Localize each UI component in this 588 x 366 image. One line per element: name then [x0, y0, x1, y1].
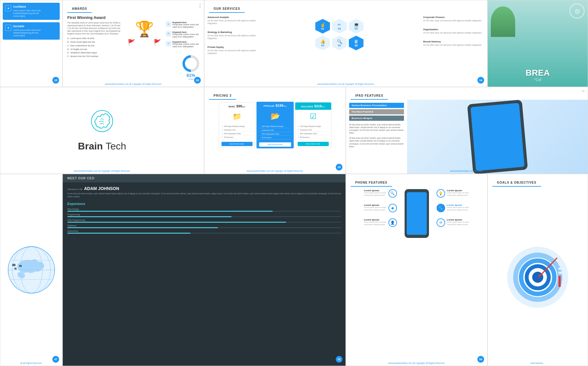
svg-rect-19 — [558, 271, 564, 274]
kw-text-1: Perspiciatis undere omnis iste natus err… — [172, 23, 199, 29]
phone-right-icon-1: 💡 — [437, 189, 445, 198]
flag-right: 🚩 — [154, 39, 161, 46]
phone-right-1: 💡 Lorem Ipsum Lorem ipsum dolor sit amet… — [437, 189, 485, 198]
kw-icon-2: ⏱ — [166, 31, 171, 37]
goals-target-svg — [507, 247, 568, 308]
conf-icon-2: ✦ — [5, 25, 11, 31]
price-card-exclusive: EXCLUSIVE $319/mo ☑ 100 Page Website Des… — [295, 102, 331, 148]
awards-body: The standard chunk of Lorem Ipsum used s… — [67, 21, 199, 58]
conf-text-1: Lorem ipsum dolor amet.comsectaturadisip… — [13, 9, 41, 17]
plant-graphic — [491, 6, 515, 37]
brain-logo-icon — [90, 109, 114, 138]
pf-exc-1: 100 Page Website Design — [298, 124, 329, 128]
keywords-col: ≡ Keyword here Perspiciatis undere omnis… — [166, 21, 199, 58]
svg-rect-18 — [558, 267, 564, 270]
price-period-exclusive: /mo — [322, 106, 325, 108]
ipad-desc-2: Sit alui antos ad minim veniam, quis nos… — [349, 137, 404, 148]
skill-programming: Programming — [67, 214, 341, 217]
svg-rect-7 — [12, 264, 16, 266]
awards-text-col: The standard chunk of Lorem Ipsum used s… — [67, 21, 123, 58]
price-amount-basic: $99 — [236, 104, 242, 108]
conf-icon-1: ✦ — [5, 5, 11, 11]
slide-number-pricing: 29 — [336, 164, 342, 170]
skill-bar-4 — [67, 227, 341, 228]
hex-3: 💻03 — [349, 19, 363, 34]
price-card-basic: BASIC $99/mo 📁 100 Page Website Design U… — [219, 102, 255, 148]
price-btn-popular[interactable]: REGISTER NOW — [259, 142, 291, 147]
phone-right-desc-2: Lorem ipsum dolor sit amet,consectetur a… — [447, 206, 469, 211]
slide-phone: PHONE FEATURES Lorem Ipsum Lorem ipsum d… — [346, 174, 487, 366]
price-features-basic: 100 Page Website Design Unlimited CSS 10… — [219, 123, 255, 140]
ipad-device — [407, 100, 588, 174]
skill-webprogramming: Web Programming — [67, 219, 341, 223]
service-left-3: Private Equity On the other hand, we den… — [207, 46, 256, 55]
phone-right-title-1: Lorem Ipsum — [447, 189, 469, 192]
brea-body: ◎ BREA "Cof — [488, 0, 588, 87]
brea-subtext: "Cof — [534, 78, 541, 82]
tech-word: Tech — [106, 141, 126, 152]
braintech-footer: www.braintechslides.com @ Copyright. All… — [74, 170, 130, 172]
slide-globe: 47 @ All Rights Reserved. — [0, 174, 62, 366]
price-period-popular: /mo — [283, 105, 286, 107]
skill-networking: Networking — [67, 230, 341, 234]
svg-rect-8 — [19, 265, 22, 267]
brea-circle-symbol: ◎ — [575, 7, 580, 15]
services-footer: www.braintechslides.com @ Copyright. All… — [317, 83, 374, 85]
slide-number-ceo: 32 — [336, 356, 342, 363]
braintech-title: Brain Tech — [78, 141, 126, 152]
goals-body — [488, 187, 588, 366]
service-right-title-3: Result Delivery — [423, 40, 484, 43]
price-btn-exclusive[interactable]: REGISTER NOW — [298, 142, 329, 146]
kw-title-1: Keyword here — [172, 21, 199, 23]
globe-footer: @ All Rights Reserved. — [20, 362, 42, 364]
kw-icon-1: ≡ — [166, 21, 171, 27]
skill-label-4: Database — [67, 224, 341, 227]
service-right-title-2: Organization — [423, 28, 484, 31]
conf-card-2: ✦ Sociable Lorem ipsum dolor amet.comvar… — [3, 22, 60, 39]
phone-left-title-1: Lorem Ipsum — [364, 189, 386, 192]
services-left: Advanced Analytic On the other hand, we … — [207, 16, 256, 61]
price-amount-exclusive: $319 — [314, 104, 322, 108]
pf-basic-2: Unlimited CSS — [221, 128, 253, 132]
slide-number-confident: 18 — [52, 77, 59, 84]
slide-services: OUR SERVICES Advanced Analytic On the ot… — [204, 0, 487, 87]
ipad-screen — [470, 103, 525, 171]
ipad-footer: www.braintechslides.com @ Copy... — [450, 170, 484, 172]
ipad-header: IPAD FEATURES — [351, 90, 388, 100]
slide-number-phone: 56 — [477, 356, 484, 363]
price-name-basic: BASIC $99/mo — [219, 102, 255, 110]
ceo-name: ADAM JOHNSON — [84, 186, 119, 191]
ipad-hl-3: Business Weapon — [349, 116, 404, 121]
pf-pop-3: 200 Infographic Data — [259, 132, 291, 136]
ceo-intro: Introduce | Mr.ADAM JOHNSON — [67, 186, 341, 191]
pf-exc-2: Unlimited CSS — [298, 128, 329, 132]
slide-pricing: PRICING 3 BASIC $99/mo 📁 100 Page Websit… — [204, 87, 346, 174]
phone-left-title-2: Lorem Ipsum — [364, 204, 386, 206]
slide-number-services: 14 — [477, 77, 484, 84]
hex-6: 🗑06 — [349, 36, 363, 50]
ipad-slide-num: 51 — [582, 90, 585, 92]
awards-content: First Winning Award The standard chunk o… — [63, 13, 204, 61]
phone-body: Lorem Ipsum Lorem ipsum dolor sit amet,c… — [346, 187, 487, 240]
ipad-text: Genius Business Presentation The Most Po… — [346, 100, 407, 174]
price-icon-popular: 📂 — [257, 109, 294, 123]
kw-icon-3: ✏ — [166, 41, 171, 46]
slide-ipad: IPAD FEATURES 51 Genius Business Present… — [346, 87, 588, 174]
keyword-3: ✏ Keyword here Perspiciatis undere omnis… — [166, 41, 199, 48]
pf-basic-4: 20 Revision — [221, 135, 253, 139]
phone-right-icon-3: ✉ — [437, 218, 445, 227]
service-left-desc-1: On the other hand, we denounce with righ… — [207, 19, 256, 25]
services-right: Corporate Finance On the other hand, we … — [423, 16, 484, 61]
slide-number-globe: 47 — [52, 356, 59, 363]
braintech-body: Brain Tech — [0, 87, 204, 174]
conf-title-1: Confident — [13, 5, 41, 8]
kw-text-2: Perspiciatis undere omnis iste natus err… — [172, 33, 199, 38]
svg-rect-17 — [558, 263, 564, 265]
conf-title-2: Sociable — [13, 25, 41, 28]
pf-pop-1: 100 Page Website Design — [259, 124, 291, 128]
phone-screen — [407, 192, 427, 235]
slide-number-awards: 26 — [194, 77, 201, 84]
service-right-desc-2: On the other hand, we denounce with righ… — [423, 31, 484, 34]
price-btn-basic[interactable]: REGISTER NOW — [221, 142, 253, 146]
slide-brea: ◎ BREA "Cof — [487, 0, 588, 87]
